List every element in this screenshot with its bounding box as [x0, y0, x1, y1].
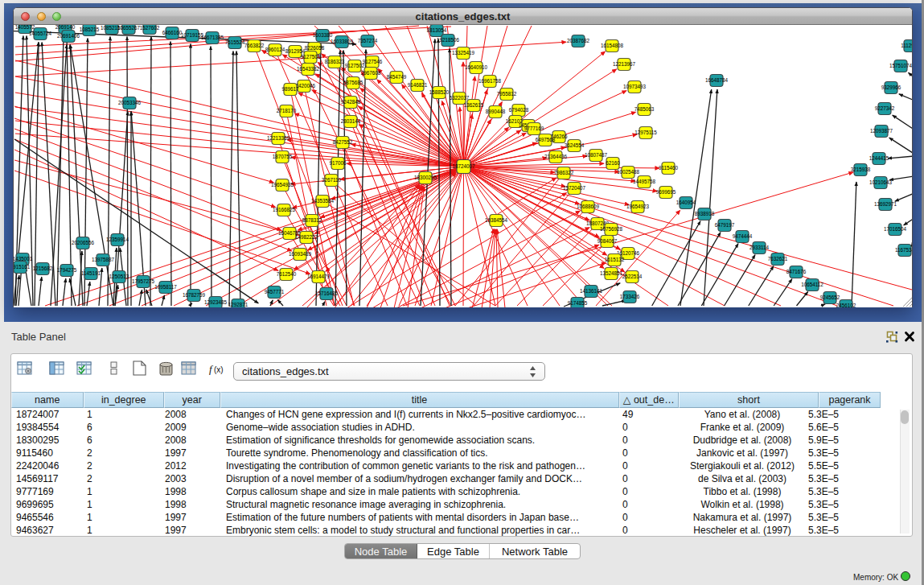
svg-text:16961758: 16961758 [478, 78, 502, 84]
svg-text:18724007: 18724007 [452, 163, 475, 169]
svg-text:14353584: 14353584 [311, 198, 335, 204]
svg-text:1794275: 1794275 [57, 267, 77, 273]
svg-text:6794028: 6794028 [509, 107, 529, 113]
svg-text:8938918: 8938918 [695, 211, 715, 216]
svg-text:19166825: 19166825 [273, 207, 296, 212]
svg-text:13325419: 13325419 [452, 50, 475, 56]
svg-text:10973493: 10973493 [623, 84, 647, 89]
svg-text:1405572: 1405572 [15, 25, 35, 30]
svg-text:15751074: 15751074 [889, 63, 912, 68]
svg-text:1527602: 1527602 [140, 25, 160, 31]
svg-text:16671385: 16671385 [201, 35, 224, 40]
svg-text:3267110: 3267110 [322, 177, 342, 183]
svg-text:1145191: 1145191 [81, 270, 101, 276]
svg-text:6479197: 6479197 [715, 222, 735, 228]
svg-text:8226058: 8226058 [305, 45, 325, 51]
svg-text:8878312: 8878312 [302, 217, 322, 223]
svg-text:10655267: 10655267 [117, 25, 141, 31]
svg-text:7986322: 7986322 [554, 170, 574, 175]
svg-text:1362615: 1362615 [464, 102, 484, 108]
svg-text:2522514: 2522514 [622, 274, 643, 279]
svg-text:16033809: 16033809 [331, 39, 354, 44]
svg-text:13692971: 13692971 [874, 201, 897, 207]
svg-text:16093489: 16093489 [289, 251, 312, 257]
svg-text:6466160: 6466160 [162, 30, 183, 35]
svg-text:1603380: 1603380 [313, 32, 333, 38]
svg-text:9777169: 9777169 [524, 126, 544, 131]
svg-text:62160: 62160 [606, 160, 620, 166]
svg-text:20206556: 20206556 [72, 240, 95, 245]
svg-text:1167534: 1167534 [895, 247, 912, 253]
svg-text:14495758: 14495758 [633, 179, 656, 184]
svg-text:10958117: 10958117 [154, 284, 177, 290]
svg-text:1733426: 1733426 [620, 294, 640, 299]
svg-text:17016504: 17016504 [884, 226, 907, 232]
svg-text:3624554: 3624554 [565, 142, 585, 148]
svg-text:19384554: 19384554 [485, 217, 508, 223]
svg-text:9146821: 9146821 [408, 82, 428, 88]
svg-text:16782759: 16782759 [183, 292, 206, 298]
svg-text:8960124: 8960124 [265, 47, 285, 52]
svg-text:7955812: 7955812 [497, 91, 517, 97]
svg-text:9227342: 9227342 [875, 105, 895, 111]
svg-text:8471676: 8471676 [786, 269, 807, 274]
svg-text:13975887: 13975887 [92, 257, 115, 262]
svg-text:13524851: 13524851 [600, 270, 623, 276]
svg-text:9329966: 9329966 [881, 84, 901, 90]
svg-text:1615132: 1615132 [605, 257, 625, 262]
svg-text:17957275: 17957275 [132, 278, 155, 284]
svg-text:9245652: 9245652 [820, 295, 840, 300]
svg-text:12093877: 12093877 [870, 128, 893, 134]
svg-text:8186323: 8186323 [325, 59, 345, 64]
svg-text:10807487: 10807487 [585, 152, 608, 158]
svg-text:16543382: 16543382 [297, 66, 320, 72]
svg-text:1112905: 1112905 [901, 43, 912, 48]
svg-text:1250513: 1250513 [109, 274, 129, 279]
svg-text:5322037: 5322037 [450, 95, 470, 101]
svg-text:7612540: 7612540 [277, 271, 297, 277]
svg-text:12213967: 12213967 [613, 61, 636, 67]
svg-text:8427552: 8427552 [333, 139, 353, 145]
svg-text:989617: 989617 [281, 86, 299, 92]
svg-text:1640954: 1640954 [676, 200, 696, 205]
svg-text:7663822: 7663822 [244, 43, 265, 48]
svg-text:16640910: 16640910 [465, 64, 488, 70]
svg-text:1588520: 1588520 [429, 89, 450, 95]
svg-text:16914479: 16914479 [307, 274, 331, 279]
svg-text:19654923: 19654923 [626, 204, 650, 209]
svg-text:19218506: 19218506 [437, 37, 460, 43]
svg-text:10210643: 10210643 [869, 179, 893, 185]
svg-text:10025488: 10025488 [617, 169, 640, 175]
svg-text:2456102: 2456102 [836, 303, 856, 307]
svg-text:9115460: 9115460 [659, 165, 679, 171]
svg-text:3915161: 3915161 [14, 264, 31, 270]
svg-text:2803144: 2803144 [341, 118, 361, 124]
svg-text:5875685: 5875685 [343, 80, 363, 85]
svg-text:1292871: 1292871 [228, 302, 248, 307]
svg-text:19654935: 19654935 [271, 182, 294, 187]
svg-text:10688609: 10688609 [577, 204, 600, 209]
svg-text:9457771: 9457771 [265, 289, 285, 295]
svg-text:9699695: 9699695 [656, 189, 676, 195]
svg-text:10654112: 10654112 [801, 282, 823, 287]
svg-text:12213369: 12213369 [267, 135, 290, 141]
svg-text:2069140: 2069140 [55, 25, 76, 30]
svg-text:12923485: 12923485 [204, 299, 228, 305]
svg-text:(x): (x) [214, 365, 224, 374]
svg-text:2967608: 2967608 [361, 70, 381, 76]
svg-text:3215938: 3215938 [851, 167, 871, 172]
svg-text:14982222: 14982222 [295, 234, 318, 240]
svg-text:16648784: 16648784 [705, 77, 729, 83]
svg-text:20387682: 20387682 [567, 38, 590, 43]
svg-text:1085215: 1085215 [80, 27, 100, 32]
svg-text:14055724: 14055724 [29, 31, 52, 36]
svg-text:16154808: 16154808 [601, 43, 624, 48]
svg-text:8912954: 8912954 [285, 48, 306, 54]
svg-text:15716485: 15716485 [315, 290, 339, 296]
svg-text:7357274: 7357274 [358, 38, 378, 43]
svg-text:7515524: 7515524 [225, 39, 245, 45]
svg-text:21364436: 21364436 [544, 154, 568, 159]
svg-text:9174855: 9174855 [568, 300, 588, 306]
svg-text:9474444: 9474444 [733, 233, 753, 239]
svg-text:12359914: 12359914 [106, 237, 129, 242]
